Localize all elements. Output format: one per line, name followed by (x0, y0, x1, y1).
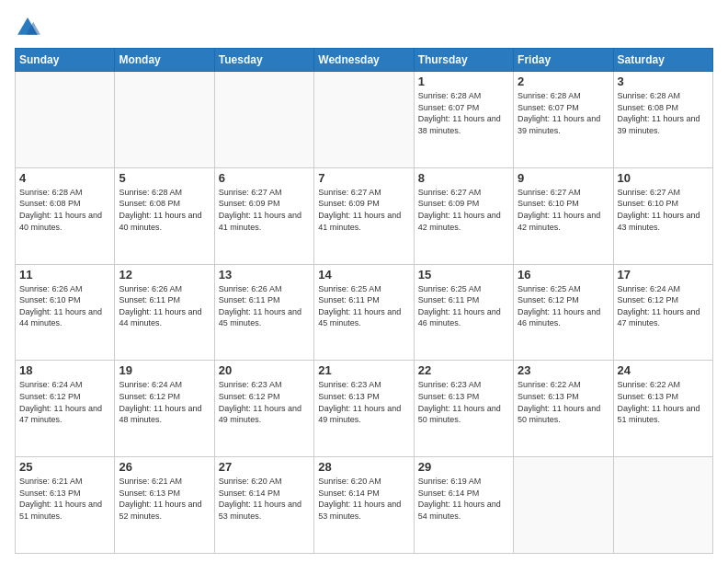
header (15, 15, 713, 40)
day-number: 5 (119, 171, 210, 185)
day-number: 15 (418, 268, 509, 282)
day-number: 18 (19, 363, 110, 377)
calendar-cell: 24Sunrise: 6:22 AMSunset: 6:13 PMDayligh… (613, 361, 712, 457)
day-number: 7 (318, 171, 409, 185)
calendar-cell: 20Sunrise: 6:23 AMSunset: 6:12 PMDayligh… (214, 361, 313, 457)
day-info: Sunrise: 6:26 AMSunset: 6:10 PMDaylight:… (19, 283, 110, 329)
day-info: Sunrise: 6:25 AMSunset: 6:12 PMDaylight:… (518, 283, 609, 329)
calendar-cell: 19Sunrise: 6:24 AMSunset: 6:12 PMDayligh… (115, 361, 214, 457)
calendar-cell: 1Sunrise: 6:28 AMSunset: 6:07 PMDaylight… (414, 72, 513, 168)
calendar-cell: 8Sunrise: 6:27 AMSunset: 6:09 PMDaylight… (414, 167, 513, 264)
calendar-cell: 6Sunrise: 6:27 AMSunset: 6:09 PMDaylight… (214, 167, 313, 264)
page: SundayMondayTuesdayWednesdayThursdayFrid… (0, 0, 728, 563)
calendar-cell: 12Sunrise: 6:26 AMSunset: 6:11 PMDayligh… (115, 264, 214, 361)
calendar-table: SundayMondayTuesdayWednesdayThursdayFrid… (15, 48, 713, 554)
day-info: Sunrise: 6:28 AMSunset: 6:07 PMDaylight:… (418, 90, 509, 136)
calendar-cell: 17Sunrise: 6:24 AMSunset: 6:12 PMDayligh… (613, 264, 712, 361)
calendar-cell: 29Sunrise: 6:19 AMSunset: 6:14 PMDayligh… (414, 457, 513, 554)
day-info: Sunrise: 6:24 AMSunset: 6:12 PMDaylight:… (618, 283, 709, 329)
day-number: 3 (618, 75, 709, 88)
calendar-cell (214, 72, 313, 168)
calendar-cell: 5Sunrise: 6:28 AMSunset: 6:08 PMDaylight… (115, 167, 214, 264)
calendar-cell: 3Sunrise: 6:28 AMSunset: 6:08 PMDaylight… (613, 72, 712, 168)
day-number: 10 (618, 171, 709, 185)
calendar-cell: 22Sunrise: 6:23 AMSunset: 6:13 PMDayligh… (414, 361, 513, 457)
day-info: Sunrise: 6:26 AMSunset: 6:11 PMDaylight:… (119, 283, 210, 329)
day-info: Sunrise: 6:28 AMSunset: 6:07 PMDaylight:… (518, 90, 609, 136)
day-info: Sunrise: 6:27 AMSunset: 6:10 PMDaylight:… (618, 187, 709, 233)
day-number: 21 (318, 363, 409, 377)
day-info: Sunrise: 6:28 AMSunset: 6:08 PMDaylight:… (119, 187, 210, 233)
day-info: Sunrise: 6:20 AMSunset: 6:14 PMDaylight:… (318, 476, 409, 522)
calendar-cell: 2Sunrise: 6:28 AMSunset: 6:07 PMDaylight… (514, 72, 613, 168)
day-number: 2 (518, 75, 609, 88)
weekday-header: Thursday (414, 49, 513, 72)
calendar-cell: 26Sunrise: 6:21 AMSunset: 6:13 PMDayligh… (115, 457, 214, 554)
day-info: Sunrise: 6:21 AMSunset: 6:13 PMDaylight:… (119, 476, 210, 522)
calendar-cell: 27Sunrise: 6:20 AMSunset: 6:14 PMDayligh… (214, 457, 313, 554)
day-number: 20 (219, 363, 310, 377)
day-info: Sunrise: 6:27 AMSunset: 6:09 PMDaylight:… (219, 187, 310, 233)
calendar-cell: 10Sunrise: 6:27 AMSunset: 6:10 PMDayligh… (613, 167, 712, 264)
day-info: Sunrise: 6:27 AMSunset: 6:09 PMDaylight:… (418, 187, 509, 233)
day-number: 12 (119, 268, 210, 282)
day-info: Sunrise: 6:24 AMSunset: 6:12 PMDaylight:… (19, 379, 110, 425)
day-number: 29 (418, 460, 509, 474)
day-info: Sunrise: 6:24 AMSunset: 6:12 PMDaylight:… (119, 379, 210, 425)
calendar-week-row: 4Sunrise: 6:28 AMSunset: 6:08 PMDaylight… (16, 167, 713, 264)
day-number: 8 (418, 171, 509, 185)
calendar-cell (16, 72, 115, 168)
day-number: 26 (119, 460, 210, 474)
calendar-cell (613, 457, 712, 554)
calendar-cell: 18Sunrise: 6:24 AMSunset: 6:12 PMDayligh… (16, 361, 115, 457)
day-number: 24 (618, 363, 709, 377)
weekday-header: Monday (115, 49, 214, 72)
day-info: Sunrise: 6:22 AMSunset: 6:13 PMDaylight:… (518, 379, 609, 425)
day-number: 1 (418, 75, 509, 88)
day-number: 17 (618, 268, 709, 282)
day-number: 14 (318, 268, 409, 282)
weekday-header: Wednesday (314, 49, 414, 72)
day-info: Sunrise: 6:25 AMSunset: 6:11 PMDaylight:… (418, 283, 509, 329)
weekday-header: Tuesday (214, 49, 313, 72)
calendar-cell: 14Sunrise: 6:25 AMSunset: 6:11 PMDayligh… (314, 264, 414, 361)
calendar-cell (115, 72, 214, 168)
day-info: Sunrise: 6:23 AMSunset: 6:13 PMDaylight:… (318, 379, 409, 425)
calendar-week-row: 18Sunrise: 6:24 AMSunset: 6:12 PMDayligh… (16, 361, 713, 457)
calendar-header-row: SundayMondayTuesdayWednesdayThursdayFrid… (16, 49, 713, 72)
day-info: Sunrise: 6:21 AMSunset: 6:13 PMDaylight:… (19, 476, 110, 522)
day-number: 25 (19, 460, 110, 474)
calendar-week-row: 11Sunrise: 6:26 AMSunset: 6:10 PMDayligh… (16, 264, 713, 361)
day-info: Sunrise: 6:23 AMSunset: 6:12 PMDaylight:… (219, 379, 310, 425)
day-info: Sunrise: 6:28 AMSunset: 6:08 PMDaylight:… (19, 187, 110, 233)
day-info: Sunrise: 6:26 AMSunset: 6:11 PMDaylight:… (219, 283, 310, 329)
day-number: 22 (418, 363, 509, 377)
logo-icon (15, 15, 40, 40)
day-number: 27 (219, 460, 310, 474)
weekday-header: Sunday (16, 49, 115, 72)
weekday-header: Saturday (613, 49, 712, 72)
calendar-cell: 4Sunrise: 6:28 AMSunset: 6:08 PMDaylight… (16, 167, 115, 264)
calendar-week-row: 1Sunrise: 6:28 AMSunset: 6:07 PMDaylight… (16, 72, 713, 168)
day-number: 4 (19, 171, 110, 185)
calendar-cell: 23Sunrise: 6:22 AMSunset: 6:13 PMDayligh… (514, 361, 613, 457)
calendar-week-row: 25Sunrise: 6:21 AMSunset: 6:13 PMDayligh… (16, 457, 713, 554)
day-number: 23 (518, 363, 609, 377)
day-info: Sunrise: 6:28 AMSunset: 6:08 PMDaylight:… (618, 90, 709, 136)
calendar-cell: 9Sunrise: 6:27 AMSunset: 6:10 PMDaylight… (514, 167, 613, 264)
calendar-cell: 21Sunrise: 6:23 AMSunset: 6:13 PMDayligh… (314, 361, 414, 457)
day-number: 6 (219, 171, 310, 185)
day-number: 19 (119, 363, 210, 377)
day-number: 13 (219, 268, 310, 282)
calendar-cell: 28Sunrise: 6:20 AMSunset: 6:14 PMDayligh… (314, 457, 414, 554)
day-info: Sunrise: 6:23 AMSunset: 6:13 PMDaylight:… (418, 379, 509, 425)
day-number: 11 (19, 268, 110, 282)
day-number: 16 (518, 268, 609, 282)
calendar-cell (314, 72, 414, 168)
calendar-cell: 7Sunrise: 6:27 AMSunset: 6:09 PMDaylight… (314, 167, 414, 264)
calendar-cell: 16Sunrise: 6:25 AMSunset: 6:12 PMDayligh… (514, 264, 613, 361)
calendar-cell: 15Sunrise: 6:25 AMSunset: 6:11 PMDayligh… (414, 264, 513, 361)
day-info: Sunrise: 6:25 AMSunset: 6:11 PMDaylight:… (318, 283, 409, 329)
day-info: Sunrise: 6:27 AMSunset: 6:09 PMDaylight:… (318, 187, 409, 233)
day-info: Sunrise: 6:19 AMSunset: 6:14 PMDaylight:… (418, 476, 509, 522)
